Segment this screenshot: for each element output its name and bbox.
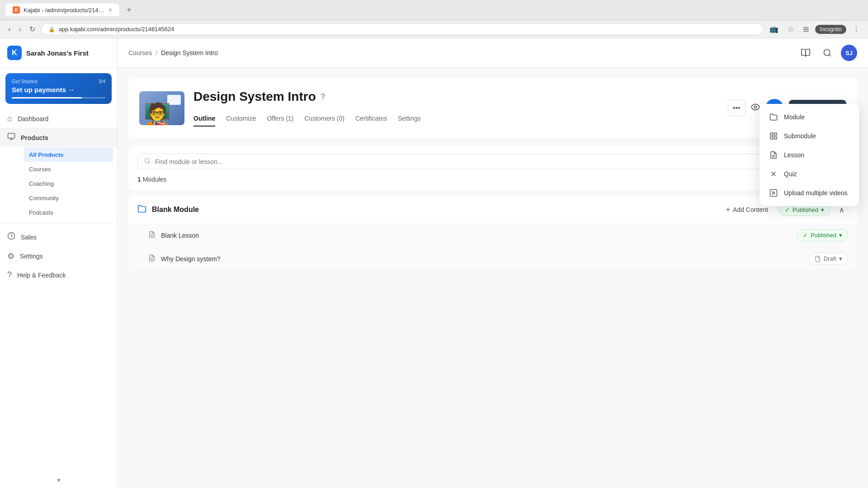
sub-nav-courses[interactable]: Courses xyxy=(24,162,113,176)
sub-nav-products: All Products Courses Coaching Community … xyxy=(0,148,117,220)
tab-customize[interactable]: Customize xyxy=(226,111,256,127)
sidebar-item-sales[interactable]: Sales xyxy=(0,227,117,247)
sidebar-item-dashboard[interactable]: ⌂ Dashboard xyxy=(0,109,117,128)
book-icon-button[interactable] xyxy=(797,45,814,61)
user-avatar[interactable]: SJ xyxy=(841,45,857,61)
sidebar-item-label-settings: Settings xyxy=(20,253,43,260)
forward-button[interactable]: › xyxy=(16,23,24,35)
sidebar-item-help[interactable]: ? Help & Feedback xyxy=(0,266,117,284)
sub-nav-all-products[interactable]: All Products xyxy=(24,148,113,162)
check-icon-lesson: ✓ xyxy=(803,232,808,239)
product-help-icon[interactable]: ? xyxy=(321,92,326,102)
breadcrumb: Courses / Design System Intro xyxy=(128,49,218,56)
tab-outline[interactable]: Outline xyxy=(193,111,215,127)
tab-certificates[interactable]: Certificates xyxy=(355,111,387,127)
add-content-dropdown: Module Submodule Lesson xyxy=(760,104,859,206)
lock-icon: 🔒 xyxy=(48,26,55,33)
cast-button[interactable]: 📺 xyxy=(767,23,781,35)
svg-rect-0 xyxy=(8,133,15,138)
lesson-status-badge-2[interactable]: Draft ▾ xyxy=(809,253,848,265)
page-body: 🧑‍🏫 Design System Intro ? Outline Custom… xyxy=(118,68,868,488)
sub-nav-coaching[interactable]: Coaching xyxy=(24,177,113,191)
top-header: Courses / Design System Intro SJ xyxy=(118,38,868,68)
lesson-icon-1 xyxy=(148,231,156,240)
breadcrumb-parent[interactable]: Courses xyxy=(128,49,152,56)
dropdown-item-quiz[interactable]: Quiz xyxy=(760,164,859,183)
dropdown-chevron-icon: ▾ xyxy=(821,206,824,213)
module-header: Blank Module + Add Content ✓ Published ▾… xyxy=(128,196,857,224)
tab-title: Kajabi - /admin/products/21481... xyxy=(24,7,105,14)
browser-actions: 📺 ☆ ⊞ Incognito ⋮ xyxy=(767,23,863,35)
tab-settings[interactable]: Settings xyxy=(398,111,421,127)
svg-point-6 xyxy=(754,106,756,108)
tab-customers[interactable]: Customers (0) xyxy=(304,111,344,127)
sub-nav-community[interactable]: Community xyxy=(24,191,113,205)
dashboard-icon: ⌂ xyxy=(7,114,12,123)
svg-point-4 xyxy=(824,50,830,56)
dropdown-item-label-upload-videos: Upload multiple videos xyxy=(784,189,848,197)
folder-icon xyxy=(137,204,146,216)
content-controls: 1 Modules xyxy=(128,146,857,190)
dropdown-item-label-quiz: Quiz xyxy=(784,170,797,178)
sub-nav-podcasts[interactable]: Podcasts xyxy=(24,206,113,220)
sidebar-item-products[interactable]: Products xyxy=(0,128,117,147)
svg-rect-13 xyxy=(770,133,773,135)
menu-button[interactable]: ⋮ xyxy=(850,23,863,35)
dropdown-item-submodule[interactable]: Submodule xyxy=(760,127,859,145)
bookmark-button[interactable]: ☆ xyxy=(785,23,797,35)
sidebar-header: K Sarah Jonas's First xyxy=(0,38,117,68)
dropdown-item-lesson[interactable]: Lesson xyxy=(760,145,859,164)
product-thumbnail: 🧑‍🏫 xyxy=(139,91,184,125)
svg-rect-14 xyxy=(774,133,777,135)
more-options-button[interactable]: ••• xyxy=(728,100,745,116)
module-row: Blank Module + Add Content ✓ Published ▾… xyxy=(128,196,857,271)
browser-chrome: K Kajabi - /admin/products/21481... × + xyxy=(0,0,868,20)
svg-marker-22 xyxy=(773,192,775,194)
svg-point-7 xyxy=(145,159,149,163)
svg-rect-21 xyxy=(770,190,777,197)
check-icon: ✓ xyxy=(785,206,790,213)
module-count: 1 Modules xyxy=(137,176,848,183)
browser-tab[interactable]: K Kajabi - /admin/products/21481... × xyxy=(5,4,119,16)
extension-button[interactable]: ⊞ xyxy=(800,23,811,35)
sidebar-item-label-sales: Sales xyxy=(21,234,37,241)
quiz-icon xyxy=(769,170,778,178)
search-button[interactable] xyxy=(819,45,835,61)
dropdown-item-label-lesson: Lesson xyxy=(784,151,804,159)
nav-divider xyxy=(0,223,117,224)
lesson-doc-icon xyxy=(769,151,778,159)
thumbnail-image: 🧑‍🏫 xyxy=(139,91,184,125)
dropdown-item-label-module: Module xyxy=(784,113,805,121)
back-button[interactable]: ‹ xyxy=(5,23,13,35)
get-started-progress-bar xyxy=(12,97,105,99)
preview-button[interactable] xyxy=(751,103,760,114)
get-started-banner[interactable]: Get Started 3/4 Set up payments → xyxy=(5,73,112,104)
help-icon: ? xyxy=(7,270,12,280)
new-tab-button[interactable]: + xyxy=(123,5,135,16)
dropdown-item-upload-videos[interactable]: Upload multiple videos xyxy=(760,183,859,202)
main-content: Courses / Design System Intro SJ xyxy=(118,38,868,488)
lesson-icon-2 xyxy=(148,254,156,263)
sidebar: K Sarah Jonas's First Get Started 3/4 Se… xyxy=(0,38,118,488)
svg-line-5 xyxy=(829,55,831,56)
dropdown-item-module[interactable]: Module xyxy=(760,108,859,127)
lesson-row-2: Why Design system? Draft ▾ xyxy=(128,247,857,270)
reload-button[interactable]: ↻ xyxy=(27,23,38,35)
search-input[interactable] xyxy=(155,158,841,165)
address-text: app.kajabi.com/admin/products/2148145624 xyxy=(59,26,175,33)
lesson-status-badge-1[interactable]: ✓ Published ▾ xyxy=(797,229,848,241)
header-actions: SJ xyxy=(797,45,857,61)
nav-section-main: ⌂ Dashboard Products All Products Course… xyxy=(0,109,117,284)
tab-close-icon[interactable]: × xyxy=(108,6,112,14)
tab-offers[interactable]: Offers (1) xyxy=(267,111,293,127)
module-title: Blank Module xyxy=(152,206,715,214)
module-icon xyxy=(769,113,778,121)
product-tabs: Outline Customize Offers (1) Customers (… xyxy=(193,111,719,127)
tab-favicon: K xyxy=(13,6,20,14)
products-icon xyxy=(7,132,15,143)
address-bar[interactable]: 🔒 app.kajabi.com/admin/products/21481456… xyxy=(41,23,764,35)
breadcrumb-current: Design System Intro xyxy=(161,49,218,56)
sidebar-item-settings[interactable]: ⚙ Settings xyxy=(0,247,117,266)
get-started-progress-fill xyxy=(12,97,82,99)
breadcrumb-separator: / xyxy=(156,49,157,56)
